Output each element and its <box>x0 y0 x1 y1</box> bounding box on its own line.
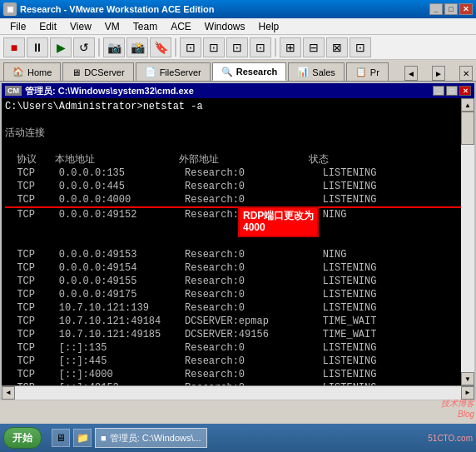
menu-view[interactable]: View <box>63 19 98 34</box>
menu-windows[interactable]: Windows <box>198 19 252 34</box>
scroll-thumb[interactable] <box>461 112 474 145</box>
taskbar: 开始 🖥 📁 ■ 管理员: C:\Windows\... 51CTO.com <box>0 424 476 452</box>
vm-btn6[interactable]: ⊟ <box>303 37 325 57</box>
maximize-button[interactable]: □ <box>444 3 458 15</box>
start-button[interactable]: 开始 <box>3 427 42 449</box>
horizontal-scrollbar[interactable]: ◄ ► <box>2 385 474 399</box>
close-button[interactable]: ✕ <box>459 3 473 15</box>
vm-btn2[interactable]: ⊡ <box>203 37 225 57</box>
row-3: TCP 0.0.0.0:49152 Research:0 NING RDP端口更… <box>5 208 471 248</box>
terminal-blank2 <box>5 140 471 153</box>
row-9: TCP 10.7.10.121:49184 DCSERVER:epmap TIM… <box>5 315 471 328</box>
terminal-content[interactable]: C:\Users\Administrator>netstat -a 活动连接 协… <box>2 98 474 385</box>
snapshot2-button[interactable]: 📸 <box>126 37 148 57</box>
cmd-title-text: 管理员: C:\Windows\system32\cmd.exe <box>25 85 433 97</box>
row-6: TCP 0.0.0.0:49155 Research:0 LISTENING <box>5 275 471 288</box>
menu-vm[interactable]: VM <box>98 19 126 34</box>
vertical-scrollbar[interactable]: ▲ ▼ <box>461 98 474 385</box>
cmd-title-bar: CM 管理员: C:\Windows\system32\cmd.exe _ □ … <box>2 83 474 98</box>
tab-dcserver[interactable]: 🖥 DCServer <box>62 62 133 81</box>
snapshot-button[interactable]: 📷 <box>103 37 125 57</box>
menu-ace[interactable]: ACE <box>164 19 198 34</box>
row-13: TCP [::]:4000 Research:0 LISTENING <box>5 368 471 381</box>
taskbar-icon1[interactable]: 🖥 <box>52 429 70 447</box>
terminal-wrapper: C:\Users\Administrator>netstat -a 活动连接 协… <box>2 98 474 385</box>
vm-btn5[interactable]: ⊞ <box>280 37 301 57</box>
tab-close-button[interactable]: ✕ <box>459 66 473 81</box>
row-12: TCP [::]:445 Research:0 LISTENING <box>5 355 471 368</box>
research-tab-label: Research <box>236 67 278 77</box>
minimize-button[interactable]: _ <box>429 3 443 15</box>
taskbar-cmd-label: 管理员: C:\Windows\... <box>110 432 201 445</box>
h-scroll-track[interactable] <box>15 386 461 400</box>
scroll-down-button[interactable]: ▼ <box>461 372 474 385</box>
sales-tab-icon: 📊 <box>297 67 309 77</box>
app-icon: ▣ <box>3 2 17 16</box>
separator-2 <box>175 38 176 57</box>
terminal-blank <box>5 113 471 127</box>
pr-tab-icon: 📋 <box>355 67 367 77</box>
taskbar-right: 51CTO.com <box>428 434 473 443</box>
vm-btn7[interactable]: ⊠ <box>326 37 348 57</box>
active-connections-label: 活动连接 <box>5 127 471 140</box>
taskbar-cmd-item[interactable]: ■ 管理员: C:\Windows\... <box>95 428 207 448</box>
vm-btn8[interactable]: ⊡ <box>350 37 371 57</box>
watermark-line2: Blog <box>441 410 474 419</box>
row-10: TCP 10.7.10.121:49185 DCSERVER:49156 TIM… <box>5 328 471 341</box>
terminal-prompt: C:\Users\Administrator>netstat -a <box>5 100 471 113</box>
cmd-minimize[interactable]: _ <box>433 86 444 96</box>
vm-btn3[interactable]: ⊡ <box>226 37 248 57</box>
title-bar: ▣ Research - VMware Workstation ACE Edit… <box>0 0 476 18</box>
research-tab-icon: 🔍 <box>221 67 233 77</box>
menu-file[interactable]: File <box>3 19 32 34</box>
scroll-up-button[interactable]: ▲ <box>461 98 474 112</box>
tab-research[interactable]: 🔍 Research <box>212 62 287 81</box>
separator-1 <box>98 38 100 57</box>
tab-pr[interactable]: 📋 Pr <box>346 62 389 81</box>
fileserver-tab-icon: 📄 <box>145 67 156 77</box>
home-tab-label: Home <box>27 67 52 77</box>
taskbar-cmd-icon: ■ <box>101 433 107 443</box>
pause-button[interactable]: ⏸ <box>27 37 48 57</box>
cmd-icon: CM <box>5 86 22 96</box>
tab-next-button[interactable]: ► <box>432 66 445 81</box>
row-8: TCP 10.7.10.121:139 Research:0 LISTENING <box>5 301 471 315</box>
tab-fileserver[interactable]: 📄 FileServer <box>136 62 211 81</box>
window-controls: _ □ ✕ <box>429 3 473 15</box>
annotation-box: RDP端口更改为4000 <box>238 206 319 237</box>
tab-home[interactable]: 🏠 Home <box>3 62 61 81</box>
menu-bar: File Edit View VM Team ACE Windows Help <box>0 18 476 35</box>
home-tab-icon: 🏠 <box>12 67 24 77</box>
taskbar-icon2[interactable]: 📁 <box>73 429 92 447</box>
cmd-controls: _ □ ✕ <box>433 86 471 96</box>
scroll-track[interactable] <box>461 112 474 372</box>
row-1: TCP 0.0.0.0:445 Research:0 LISTENING <box>5 180 471 193</box>
restart-button[interactable]: ↺ <box>73 37 95 57</box>
separator-3 <box>275 38 276 57</box>
sales-tab-label: Sales <box>312 67 335 77</box>
menu-team[interactable]: Team <box>126 19 164 34</box>
row-4: TCP 0.0.0.0:49153 Research:0 NING <box>5 248 471 261</box>
pr-tab-label: Pr <box>370 67 379 77</box>
play-button[interactable]: ▶ <box>50 37 72 57</box>
scroll-left-button[interactable]: ◄ <box>2 386 15 400</box>
stop-button[interactable]: ■ <box>3 37 25 57</box>
snapshot3-button[interactable]: 🔖 <box>150 37 171 57</box>
cmd-window: CM 管理员: C:\Windows\system32\cmd.exe _ □ … <box>0 82 476 400</box>
tab-prev-button[interactable]: ◄ <box>404 66 418 81</box>
menu-help[interactable]: Help <box>252 19 286 34</box>
row-0: TCP 0.0.0.0:135 Research:0 LISTENING <box>5 166 471 180</box>
taskbar-brand: 51CTO.com <box>428 434 473 443</box>
vm-btn4[interactable]: ⊡ <box>250 37 271 57</box>
fileserver-tab-label: FileServer <box>160 67 201 77</box>
cmd-maximize[interactable]: □ <box>446 86 458 96</box>
watermark: 技术博客 Blog <box>439 396 476 420</box>
dcserver-tab-label: DCServer <box>84 67 124 77</box>
row-7: TCP 0.0.0.0:49175 Research:0 LISTENING <box>5 288 471 301</box>
column-headers: 协议 本地地址 外部地址 状态 <box>5 153 471 166</box>
tab-sales[interactable]: 📊 Sales <box>288 62 345 81</box>
vm-btn1[interactable]: ⊡ <box>180 37 201 57</box>
menu-edit[interactable]: Edit <box>32 19 63 34</box>
row-11: TCP [::]:135 Research:0 LISTENING <box>5 341 471 355</box>
cmd-close[interactable]: ✕ <box>459 86 471 96</box>
